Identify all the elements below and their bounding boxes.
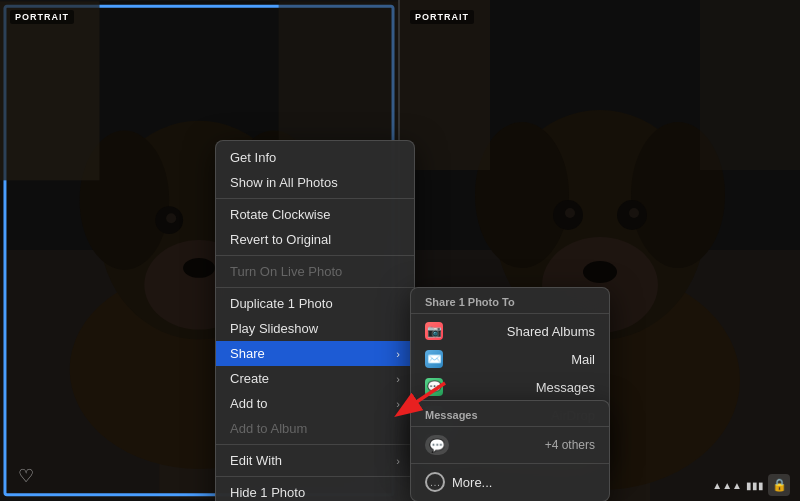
svg-point-11 bbox=[166, 213, 176, 223]
messages-contacts-row[interactable]: 💬 +4 others bbox=[411, 430, 609, 460]
messages-sep-1 bbox=[411, 463, 609, 464]
heart-icon[interactable]: ♡ bbox=[18, 465, 34, 487]
left-portrait-badge: PORTRAIT bbox=[10, 10, 74, 24]
menu-item-shared-albums[interactable]: 📷 Shared Albums bbox=[411, 317, 609, 345]
wifi-icon: ▲▲▲ bbox=[712, 480, 742, 491]
svg-point-28 bbox=[565, 208, 575, 218]
svg-rect-15 bbox=[0, 1, 100, 180]
menu-item-slideshow[interactable]: Play Slideshow bbox=[216, 316, 414, 341]
more-item[interactable]: … More... bbox=[411, 467, 609, 497]
more-circle-icon: … bbox=[425, 472, 445, 492]
shared-albums-icon: 📷 bbox=[425, 322, 443, 340]
menu-item-get-info[interactable]: Get Info bbox=[216, 145, 414, 170]
menu-item-hide[interactable]: Hide 1 Photo bbox=[216, 480, 414, 501]
menu-item-add-to-album[interactable]: Add to Album bbox=[216, 416, 414, 441]
menu-item-duplicate[interactable]: Duplicate 1 Photo bbox=[216, 291, 414, 316]
messages-bubble-icon: 💬 bbox=[425, 435, 449, 455]
battery-icon: ▮▮▮ bbox=[746, 480, 764, 491]
separator-3 bbox=[216, 287, 414, 288]
status-bar: ▲▲▲ ▮▮▮ 🔒 bbox=[712, 474, 790, 496]
menu-item-show-all-photos[interactable]: Show in All Photos bbox=[216, 170, 414, 195]
editwith-chevron-icon: › bbox=[396, 455, 400, 467]
svg-rect-32 bbox=[700, 0, 800, 170]
share-sep-0 bbox=[411, 313, 609, 314]
separator-1 bbox=[216, 198, 414, 199]
svg-point-13 bbox=[183, 258, 215, 278]
others-text: +4 others bbox=[545, 438, 595, 452]
svg-point-29 bbox=[629, 208, 639, 218]
menu-item-create[interactable]: Create › bbox=[216, 366, 414, 391]
menu-item-rotate[interactable]: Rotate Clockwise bbox=[216, 202, 414, 227]
separator-2 bbox=[216, 255, 414, 256]
primary-context-menu: Get Info Show in All Photos Rotate Clock… bbox=[215, 140, 415, 501]
menu-item-live-photo[interactable]: Turn On Live Photo bbox=[216, 259, 414, 284]
svg-line-34 bbox=[400, 383, 445, 413]
lock-icon: 🔒 bbox=[768, 474, 790, 496]
share-submenu-header: Share 1 Photo To bbox=[411, 292, 609, 310]
menu-item-add-to[interactable]: Add to › bbox=[216, 391, 414, 416]
menu-item-edit-with[interactable]: Edit With › bbox=[216, 448, 414, 473]
separator-5 bbox=[216, 476, 414, 477]
svg-point-30 bbox=[583, 261, 617, 283]
menu-item-mail[interactable]: ✉️ Mail bbox=[411, 345, 609, 373]
menu-item-share[interactable]: Share › bbox=[216, 341, 414, 366]
red-arrow bbox=[390, 375, 450, 425]
messages-sep-0 bbox=[411, 426, 609, 427]
separator-4 bbox=[216, 444, 414, 445]
right-portrait-badge: PORTRAIT bbox=[410, 10, 474, 24]
menu-item-revert[interactable]: Revert to Original bbox=[216, 227, 414, 252]
mail-icon: ✉️ bbox=[425, 350, 443, 368]
share-chevron-icon: › bbox=[396, 348, 400, 360]
